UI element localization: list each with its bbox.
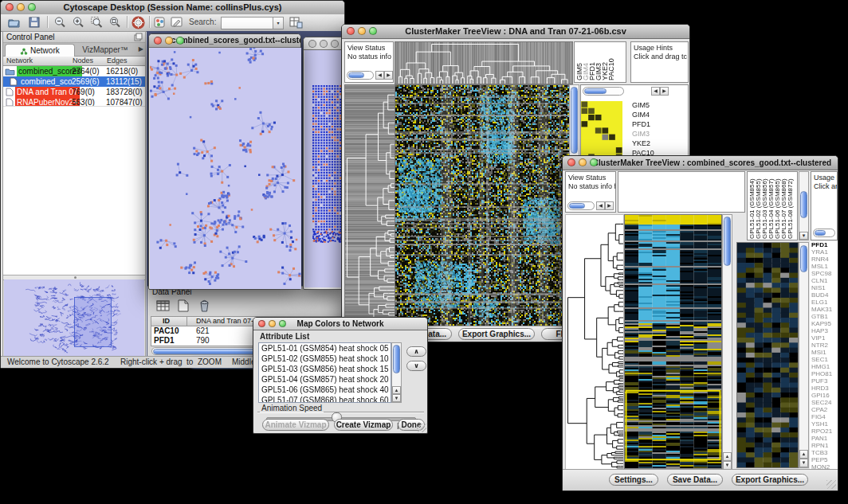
gene-label[interactable]: GIM5 bbox=[632, 100, 654, 110]
scroll-down-icon[interactable]: ▼ bbox=[392, 394, 401, 402]
help-icon[interactable] bbox=[132, 16, 145, 29]
close-icon[interactable] bbox=[567, 158, 575, 166]
scrollbar-thumb[interactable] bbox=[800, 245, 807, 272]
column-labels-panel[interactable]: GIM5GIM4PFD1GIM3YKE2PAC10 bbox=[574, 41, 626, 83]
search-dropdown-icon[interactable]: ▾ bbox=[273, 17, 284, 29]
scroll-up-icon[interactable]: ▲ bbox=[392, 386, 401, 394]
search-input[interactable] bbox=[221, 17, 273, 29]
close-icon[interactable] bbox=[258, 320, 265, 327]
column-label[interactable]: YKE2 bbox=[602, 42, 608, 80]
gene-label[interactable]: MSL1 bbox=[811, 263, 838, 270]
scroll-left-icon[interactable]: ◀ bbox=[651, 87, 660, 96]
move-down-button[interactable]: ∨ bbox=[406, 361, 426, 371]
network-window-titlebar[interactable]: combined_scores_good.txt--cluste... bbox=[149, 34, 300, 48]
maximize-icon[interactable] bbox=[331, 40, 339, 48]
scrollbar-thumb[interactable] bbox=[815, 230, 826, 236]
treeview-combined-titlebar[interactable]: ClusterMaker TreeView : combined_scores_… bbox=[563, 156, 838, 170]
treeview-dna-titlebar[interactable]: ClusterMaker TreeView : DNA and Tran 07-… bbox=[342, 25, 689, 39]
gene-label[interactable]: RPO21 bbox=[811, 428, 838, 435]
zoom-heatmap-canvas[interactable] bbox=[736, 242, 799, 468]
save-data-button[interactable]: Save Data... bbox=[667, 474, 723, 486]
gene-label[interactable]: CLN1 bbox=[811, 277, 838, 284]
zoom-matrix-canvas[interactable] bbox=[581, 101, 622, 160]
column-label[interactable]: GPL51-08 (GSM872) bbox=[787, 172, 794, 239]
minimize-icon[interactable] bbox=[579, 158, 587, 166]
col-nodes[interactable]: Nodes bbox=[73, 57, 93, 65]
gene-label[interactable]: GPI16 bbox=[811, 392, 838, 399]
attribute-item[interactable]: GPL51-07 (GSM868) heat shock 60 min bbox=[259, 395, 391, 403]
resize-grip[interactable] bbox=[417, 424, 426, 432]
float-panel-icon[interactable] bbox=[134, 33, 143, 41]
column-label[interactable]: GPL51-06 (GSM865) bbox=[775, 172, 781, 239]
gene-label[interactable]: SEC1 bbox=[811, 356, 838, 363]
gene-label[interactable]: KAP95 bbox=[811, 320, 838, 327]
gene-label[interactable]: BUD4 bbox=[811, 291, 838, 299]
minimize-icon[interactable] bbox=[165, 37, 173, 45]
column-label[interactable]: GPL51-01 (GSM854) bbox=[749, 172, 756, 239]
attribute-list[interactable]: GPL51-01 (GSM854) heat shock 05 minGPL51… bbox=[258, 342, 391, 403]
scroll-right-icon[interactable]: ▶ bbox=[660, 87, 669, 96]
close-icon[interactable] bbox=[154, 37, 162, 45]
scroll-left-icon[interactable]: ◀ bbox=[596, 201, 605, 210]
column-label[interactable]: GIM3 bbox=[595, 42, 602, 80]
scroll-down-icon[interactable]: ▼ bbox=[799, 459, 808, 467]
zoom-hscrollbar[interactable] bbox=[583, 87, 624, 96]
gene-label[interactable]: HMG1 bbox=[811, 363, 838, 370]
gene-label[interactable]: GTB1 bbox=[811, 313, 838, 320]
close-icon[interactable] bbox=[6, 3, 14, 11]
data-col-id[interactable]: ID bbox=[163, 317, 170, 326]
gene-label[interactable]: PUF3 bbox=[811, 377, 838, 385]
tab-network[interactable]: Network bbox=[5, 44, 75, 57]
column-label[interactable]: GPL51-02 (GSM855) bbox=[756, 172, 762, 239]
gene-label[interactable]: MAK31 bbox=[811, 306, 838, 313]
scrollbar-thumb[interactable] bbox=[724, 217, 731, 266]
export-graphics-button[interactable]: Export Graphics... bbox=[732, 474, 808, 486]
gene-label[interactable]: MSI1 bbox=[811, 349, 838, 356]
gene-label[interactable]: FIG4 bbox=[811, 413, 838, 420]
scrollbar-thumb[interactable] bbox=[584, 88, 607, 94]
close-icon[interactable] bbox=[308, 40, 316, 48]
gene-label[interactable]: TCB3 bbox=[811, 449, 838, 456]
column-labels-panel[interactable]: GPL51-01 (GSM854)GPL51-02 (GSM855)GPL51-… bbox=[747, 171, 798, 240]
scroll-right-icon[interactable]: ▶ bbox=[384, 71, 393, 80]
maximize-icon[interactable] bbox=[176, 37, 184, 45]
scroll-up-icon[interactable]: ▲ bbox=[799, 450, 808, 459]
network-overview-canvas[interactable] bbox=[4, 279, 144, 357]
usage-hints-scrollbar[interactable] bbox=[813, 229, 835, 237]
import-table-icon[interactable] bbox=[289, 16, 303, 29]
attribute-table-icon[interactable] bbox=[155, 299, 171, 313]
settings-button[interactable]: Settings... bbox=[609, 474, 658, 486]
gene-label[interactable]: PEP5 bbox=[811, 456, 838, 463]
dialog-titlebar[interactable]: Map Colors to Network bbox=[253, 318, 427, 330]
delete-attribute-icon[interactable] bbox=[197, 299, 211, 313]
maximize-icon[interactable] bbox=[590, 158, 598, 166]
create-vizmap-button[interactable]: Create Vizmap bbox=[334, 419, 393, 431]
gene-label[interactable]: PHO81 bbox=[811, 370, 838, 377]
gene-label[interactable]: HAP3 bbox=[811, 327, 838, 334]
col-edges[interactable]: Edges bbox=[107, 57, 128, 65]
column-labels-scrollbar[interactable]: ▼ bbox=[799, 171, 809, 240]
gene-label[interactable]: RPN1 bbox=[811, 442, 838, 449]
zoom-out-icon[interactable] bbox=[53, 16, 67, 29]
zoom-in-icon[interactable] bbox=[72, 16, 85, 29]
gene-label[interactable]: GIM3 bbox=[632, 129, 654, 139]
tab-vizmapper[interactable]: VizMapper™ bbox=[75, 44, 135, 56]
column-label[interactable]: GPL51-04 (GSM857) bbox=[768, 172, 775, 239]
resize-grip[interactable] bbox=[826, 480, 836, 489]
gene-label[interactable]: YSH1 bbox=[811, 420, 838, 428]
network-graph-canvas[interactable] bbox=[150, 48, 301, 289]
scrollbar-thumb[interactable] bbox=[800, 191, 807, 218]
column-label[interactable]: GPL51-03 (GSM856) bbox=[762, 172, 768, 239]
column-label[interactable]: PFD1 bbox=[589, 42, 595, 80]
minimize-icon[interactable] bbox=[269, 320, 276, 327]
attribute-item[interactable]: GPL51-01 (GSM854) heat shock 05 min bbox=[259, 343, 391, 354]
scroll-left-icon[interactable]: ◀ bbox=[375, 71, 384, 80]
gene-label[interactable]: HRD3 bbox=[811, 385, 838, 392]
scroll-right-icon[interactable]: ▶ bbox=[605, 201, 614, 210]
main-titlebar[interactable]: Cytoscape Desktop (Session Name: collins… bbox=[1, 1, 344, 15]
tab-overflow-icon[interactable]: ▶ bbox=[139, 45, 143, 53]
view-status-scrollbar[interactable] bbox=[347, 71, 374, 80]
attribute-item[interactable]: GPL51-02 (GSM855) heat shock 10 min bbox=[259, 354, 391, 364]
maximize-icon[interactable] bbox=[279, 320, 286, 327]
grid-network-canvas[interactable] bbox=[304, 50, 344, 287]
